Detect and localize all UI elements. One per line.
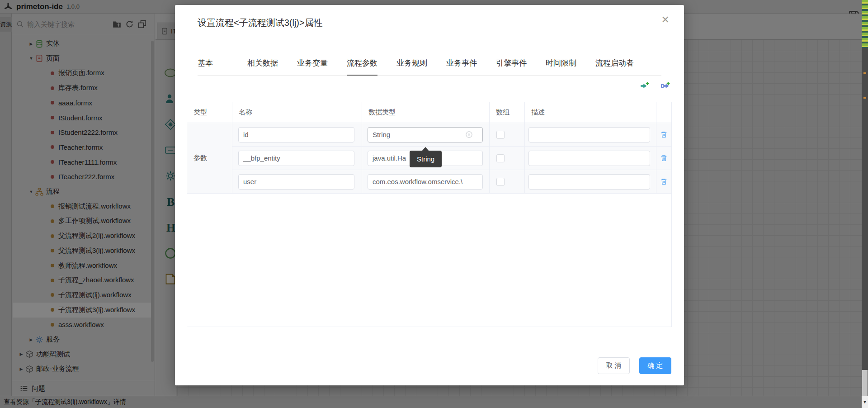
param-name-input[interactable] [238,151,354,166]
datatype-tooltip: String [410,151,442,167]
close-icon[interactable]: ✕ [661,15,670,25]
array-checkbox[interactable] [496,178,505,186]
array-checkbox[interactable] [496,154,505,162]
scroll-down-button[interactable]: ▼ [862,396,868,408]
dialog-tab-7[interactable]: 时间限制 [546,58,576,75]
dialog-tab-4[interactable]: 业务规则 [396,58,427,75]
table-row [232,147,362,170]
dialog-tab-3[interactable]: 流程参数 [347,58,377,76]
clear-circle-icon[interactable] [465,131,473,138]
param-desc-input[interactable] [528,127,650,142]
dialog-tab-1[interactable]: 相关数据 [247,58,278,75]
col-header-type: 类型 [187,102,232,123]
tooltip-caret [422,147,429,151]
add-output-param-icon[interactable] [660,81,670,91]
col-header-name: 名称 [232,102,362,123]
right-scroll-strip: ▼ [862,0,868,408]
dialog-title: 设置流程<子流程测试3(lj)>属性 [198,17,323,29]
params-table: 类型 名称 数据类型 数组 描述 参数 [187,102,672,327]
col-header-datatype: 数据类型 [362,102,490,123]
col-header-array: 数组 [490,102,525,123]
annotation-tick [863,72,866,74]
param-desc-input[interactable] [528,174,650,190]
delete-row-icon[interactable] [660,154,668,162]
dialog-tab-8[interactable]: 流程启动者 [595,58,634,75]
col-header-desc: 描述 [525,102,656,123]
dialog-tab-6[interactable]: 引擎事件 [496,58,527,75]
table-row [232,123,362,147]
param-name-input[interactable] [238,174,354,190]
param-name-input[interactable] [238,127,354,142]
add-input-param-icon[interactable] [640,81,650,91]
delete-row-icon[interactable] [660,131,668,138]
delete-row-icon[interactable] [660,178,668,185]
process-properties-dialog: ✕ 设置流程<子流程测试3(lj)>属性 基本相关数据业务变量流程参数业务规则业… [175,5,684,385]
dialog-tab-0[interactable]: 基本 [198,58,228,75]
table-row [232,170,362,194]
ok-button[interactable]: 确 定 [639,357,671,374]
array-checkbox[interactable] [496,131,505,139]
param-datatype-input[interactable] [368,174,483,190]
annotation-tick [863,97,866,99]
dialog-tab-5[interactable]: 业务事件 [446,58,477,75]
scrollbar-thumb[interactable] [862,370,868,396]
param-group-label: 参数 [187,123,232,194]
overview-minimap [862,0,868,48]
app-window: primeton-ide 1.0.0 资源 ▶实体▼页面报销页面.formx库存… [0,0,868,408]
dialog-tab-2[interactable]: 业务变量 [297,58,328,75]
param-desc-input[interactable] [528,151,650,166]
cancel-button[interactable]: 取 消 [598,357,630,374]
dialog-tabs: 基本相关数据业务变量流程参数业务规则业务事件引擎事件时间限制流程启动者 [198,58,661,76]
